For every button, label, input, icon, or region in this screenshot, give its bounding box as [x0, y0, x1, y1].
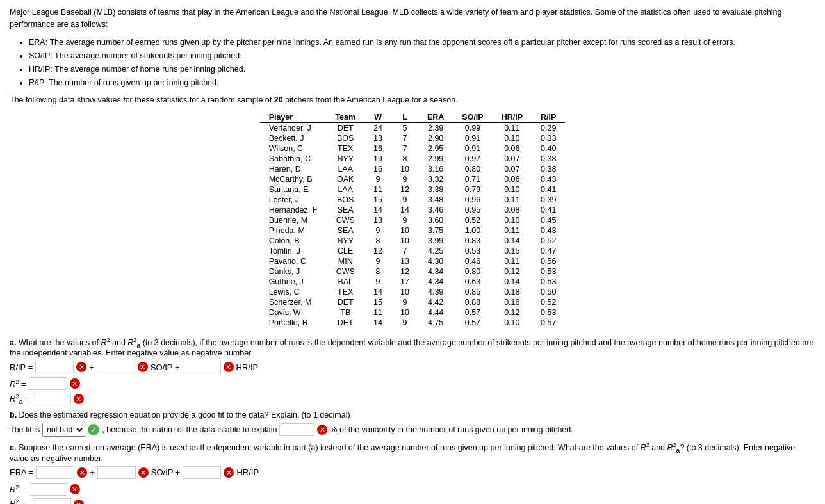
cell-3-6: 0.07 [493, 154, 532, 164]
cell-16-5: 0.85 [453, 287, 492, 297]
cell-6-2: 11 [364, 184, 391, 195]
cell-0-1: DET [326, 122, 364, 133]
cell-8-3: 14 [391, 205, 418, 215]
era-hrip-input[interactable] [183, 466, 221, 479]
col-header-era: ERA [418, 112, 453, 123]
cell-10-5: 1.00 [453, 225, 492, 236]
cell-1-1: BOS [326, 133, 364, 143]
cell-9-4: 3.60 [418, 215, 453, 225]
cell-19-2: 14 [364, 318, 391, 328]
era-intercept-clear[interactable]: ✕ [77, 467, 87, 478]
cell-1-3: 7 [391, 133, 418, 143]
cell-11-5: 0.83 [453, 236, 492, 246]
cell-18-5: 0.57 [453, 307, 492, 318]
cell-8-6: 0.08 [493, 205, 532, 215]
cell-13-4: 4.30 [418, 256, 453, 266]
cell-10-1: SEA [326, 225, 364, 236]
hrip-label-c: HR/IP [236, 467, 259, 477]
cell-15-3: 17 [391, 277, 418, 287]
cell-2-7: 0.40 [532, 143, 565, 154]
r2-clear-a[interactable]: ✕ [70, 378, 80, 389]
rip-label: R/IP = [10, 362, 33, 372]
cell-8-2: 14 [364, 205, 391, 215]
cell-11-1: NYY [326, 236, 364, 246]
cell-14-2: 8 [364, 266, 391, 277]
cell-15-1: BAL [326, 277, 364, 287]
cell-13-2: 9 [364, 256, 391, 266]
r2-clear-c[interactable]: ✕ [70, 484, 80, 494]
col-header-w: W [364, 112, 391, 123]
cell-13-6: 0.11 [493, 256, 532, 266]
table-row: Haren, DLAA16103.160.800.070.38 [260, 164, 566, 174]
table-row: Davis, WTB11104.440.570.120.53 [260, 307, 566, 318]
ra2-clear-a[interactable]: ✕ [74, 394, 84, 404]
cell-4-0: Haren, D [260, 164, 327, 174]
cell-4-4: 3.16 [418, 164, 453, 174]
cell-3-0: Sabathia, C [260, 154, 327, 164]
cell-16-7: 0.50 [532, 287, 565, 297]
bullet-list: ERA: The average number of earned runs g… [10, 36, 815, 90]
cell-10-3: 10 [391, 225, 418, 236]
rip-soip-clear[interactable]: ✕ [138, 362, 148, 372]
fit-percent-input-b[interactable] [279, 423, 314, 436]
col-header-team: Team [326, 112, 364, 123]
cell-10-7: 0.43 [532, 225, 565, 236]
table-row: Hernandez, FSEA14143.460.950.080.41 [260, 205, 566, 215]
fit-row-b: The fit is not bad bad good ✓ , because … [10, 423, 815, 437]
cell-19-1: DET [326, 318, 364, 328]
cell-5-5: 0.71 [453, 174, 492, 184]
ra2-clear-c[interactable]: ✕ [74, 500, 84, 504]
cell-5-3: 9 [391, 174, 418, 184]
cell-8-5: 0.95 [453, 205, 492, 215]
cell-11-7: 0.52 [532, 236, 565, 246]
fit-percent-suffix-b: % of the variability in the number of ru… [330, 425, 573, 434]
rip-intercept-input[interactable] [35, 361, 74, 373]
cell-12-1: CLE [326, 246, 364, 256]
r2-input-c[interactable] [29, 483, 67, 496]
cell-5-4: 3.32 [418, 174, 453, 184]
r2-row-a: R2 = ✕ [10, 377, 815, 390]
cell-18-1: TB [326, 307, 364, 318]
cell-0-7: 0.29 [532, 122, 565, 133]
rip-hrip-clear[interactable]: ✕ [224, 362, 234, 372]
cell-2-3: 7 [391, 143, 418, 154]
cell-3-5: 0.97 [453, 154, 492, 164]
rip-intercept-clear[interactable]: ✕ [76, 362, 86, 372]
cell-16-1: TEX [326, 287, 364, 297]
era-soip-clear[interactable]: ✕ [138, 467, 149, 478]
table-row: Pineda, MSEA9103.751.000.110.43 [260, 225, 566, 236]
cell-18-2: 11 [364, 307, 391, 318]
cell-14-7: 0.53 [532, 266, 565, 277]
col-header-player: Player [260, 112, 327, 123]
cell-11-0: Colon, B [260, 236, 327, 246]
cell-11-4: 3.99 [418, 236, 453, 246]
fit-select-b[interactable]: not bad bad good [42, 423, 85, 437]
ra2-label-a: R2a = [10, 393, 30, 405]
cell-8-0: Hernandez, F [260, 205, 327, 215]
era-soip-input[interactable] [97, 466, 136, 479]
table-row: Porcello, RDET1494.750.570.100.57 [260, 318, 566, 328]
cell-18-6: 0.12 [493, 307, 532, 318]
rip-soip-input[interactable] [97, 361, 135, 373]
cell-9-2: 13 [364, 215, 391, 225]
rip-hrip-input[interactable] [183, 361, 221, 373]
ra2-row-c: R2a = ✕ [10, 498, 815, 504]
ra2-input-c[interactable] [33, 498, 71, 504]
col-header-soip: SO/IP [453, 112, 492, 123]
fit-percent-clear-b[interactable]: ✕ [317, 425, 327, 435]
era-equation-row: ERA = ✕ + ✕ SO/IP + ✕ HR/IP [10, 466, 815, 479]
cell-19-4: 4.75 [418, 318, 453, 328]
cell-11-2: 8 [364, 236, 391, 246]
plus-sign-c: + [90, 467, 95, 477]
era-hrip-clear[interactable]: ✕ [224, 467, 234, 478]
ra2-input-a[interactable] [33, 393, 71, 405]
cell-17-1: DET [326, 297, 364, 307]
cell-1-6: 0.10 [493, 133, 532, 143]
cell-13-1: MIN [326, 256, 364, 266]
cell-1-7: 0.33 [532, 133, 565, 143]
cell-3-1: NYY [326, 154, 364, 164]
cell-19-0: Porcello, R [260, 318, 327, 328]
cell-5-2: 9 [364, 174, 391, 184]
r2-input-a[interactable] [29, 377, 67, 390]
era-intercept-input[interactable] [36, 466, 74, 479]
